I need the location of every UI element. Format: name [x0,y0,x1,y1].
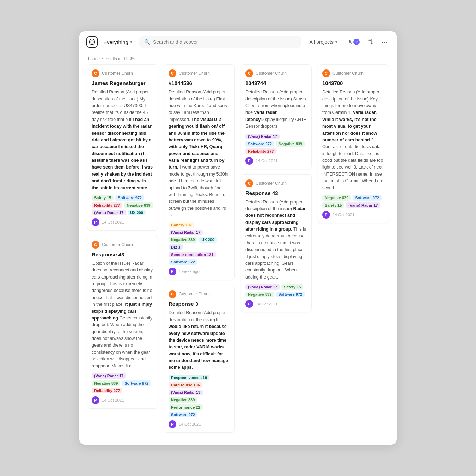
card-body: Detailed Reason (Add proper description … [92,89,153,191]
column-1: CCustomer Churn#1044536Detailed Reason (… [161,64,238,438]
tag-negative[interactable]: Negative 839 [169,397,197,403]
card-title: #1044536 [169,80,230,86]
filter-button[interactable]: ⚗ 2 [344,37,362,47]
card-footer: P14 Oct 2021 [322,211,384,219]
tag-radar[interactable]: (Varia) Radar 13 [169,390,203,395]
project-icon: C [245,179,253,187]
card-body: Detailed Reason (Add proper description … [245,199,307,281]
card-date: 14 Oct 2021 [179,422,201,426]
results-bar: Found 7 results in 0.338s [79,53,397,64]
project-name: Customer Churn [256,181,287,186]
project-name: Customer Churn [102,71,133,76]
tag-sensor[interactable]: Sensor connection 121 [169,252,216,257]
card: CCustomer Churn1043744Detailed Reason (A… [241,64,312,169]
card-tags: (Varia) Radar 17Negative 839Software 972… [92,373,153,393]
tag-reliability[interactable]: Reliability 277 [245,148,276,154]
project-icon: C [92,69,99,77]
tag-negative[interactable]: Negative 839 [124,202,153,208]
avatar: P [322,211,330,219]
app-container: Everything ▾ 🔍 All projects ▾ ⚗ 2 ⇅ ⋯ Fo… [79,31,397,445]
tag-performance[interactable]: Performance 22 [169,404,203,410]
card-body: ...ption of the issue) Radar does not re… [92,260,153,370]
card-body: Detailed Reason (Add proper description … [169,310,230,371]
tag-software[interactable]: Software 972 [353,195,382,201]
tag-safety[interactable]: Safety 15 [322,202,344,208]
card-body: Detailed Reason (Add proper description … [322,89,384,191]
svg-marker-2 [91,43,93,44]
tag-radar[interactable]: (Varia) Radar 17 [245,134,280,139]
sort-button[interactable]: ⇅ [366,37,376,47]
search-input[interactable] [153,39,296,45]
project-name: Customer Churn [332,71,364,76]
card: CCustomer ChurnResponse 3Detailed Reason… [164,285,235,432]
tag-ux[interactable]: UX 200 [128,210,146,215]
search-bar: 🔍 [139,36,301,48]
tag-negative[interactable]: Negative 839 [322,195,351,201]
avatar: P [169,268,176,275]
tag-safety[interactable]: Safety 15 [281,284,303,290]
card-title: Response 43 [245,190,307,196]
card-header: CCustomer Churn [169,290,230,298]
tag-negative[interactable]: Negative 839 [92,380,120,386]
column-3: CCustomer Churn1043700Detailed Reason (A… [315,64,392,438]
projects-dropdown[interactable]: All projects ▾ [306,37,341,47]
avatar: P [245,300,253,308]
card-body: Detailed Reason (Add proper description … [169,89,230,219]
tag-reliability[interactable]: Reliability 277 [92,388,122,393]
card-footer: P14 Oct 2021 [169,420,230,428]
avatar: P [92,218,99,226]
project-icon: C [245,69,253,77]
card-tags: (Varia) Radar 17Safety 15Negative 839Sof… [245,284,307,297]
column-0: CCustomer ChurnJames RegensburgerDetaile… [84,64,161,438]
tag-negative[interactable]: Negative 839 [276,141,305,147]
card: CCustomer ChurnJames RegensburgerDetaile… [87,64,158,231]
tag-radar[interactable]: (Varia) Radar 17 [92,210,126,215]
svg-marker-4 [93,41,94,43]
tag-software[interactable]: Software 972 [276,292,305,297]
card-title: James Regensburger [92,80,153,86]
everything-dropdown[interactable]: Everything ▾ [101,38,134,47]
tag-negative[interactable]: Negative 839 [245,292,274,297]
tag-responsiveness[interactable]: Responsiveness 19 [169,375,209,380]
tag-reliability[interactable]: Reliability 277 [92,202,122,208]
logo-icon [86,36,98,48]
tag-radar[interactable]: (Varia) Radar 17 [92,373,126,379]
card-header: CCustomer Churn [92,69,153,77]
results-text: Found 7 results in 0.338s [88,56,135,61]
tag-safety[interactable]: Safety 15 [92,195,114,201]
top-bar: Everything ▾ 🔍 All projects ▾ ⚗ 2 ⇅ ⋯ [79,31,397,53]
card-tags: Responsiveness 19Hard to use 196(Varia) … [169,375,230,417]
filter-count: 2 [353,39,360,45]
card-date: 14 Oct 2021 [102,398,124,402]
tag-software[interactable]: Software 972 [169,259,197,265]
card: CCustomer ChurnResponse 43...ption of th… [87,236,158,409]
card-title: Response 3 [169,301,230,307]
toolbar-right: ⚗ 2 ⇅ ⋯ [344,37,390,47]
project-icon: C [169,290,176,298]
more-button[interactable]: ⋯ [379,37,390,47]
card-header: CCustomer Churn [245,69,307,77]
tag-hardtouse[interactable]: Hard to use 196 [169,382,202,388]
tag-negative[interactable]: Negative 839 [169,237,197,243]
tag-software[interactable]: Software 972 [169,412,197,417]
chevron-down-icon-projects: ▾ [335,39,337,44]
card-tags: Battery 197(Varia) Radar 17Negative 839U… [169,222,230,265]
tag-software[interactable]: Software 972 [122,380,151,386]
card: CCustomer ChurnResponse 43Detailed Reaso… [241,174,312,313]
tag-battery[interactable]: Battery 197 [169,222,194,228]
card-title: 1043700 [322,80,384,86]
tag-software[interactable]: Software 972 [245,141,274,147]
tag-radar[interactable]: (Varia) Radar 17 [245,284,280,290]
project-icon: C [169,69,176,77]
card-header: CCustomer Churn [245,179,307,187]
card-footer: P1 week ago [169,268,230,275]
everything-label: Everything [103,39,128,45]
card-footer: P14 Oct 2021 [92,218,153,226]
card-footer: P14 Oct 2021 [245,300,307,308]
tag-ux[interactable]: UX 200 [199,237,217,243]
tag-di2[interactable]: Di2 3 [169,244,183,250]
tag-software[interactable]: Software 972 [115,195,144,201]
tag-radar[interactable]: (Varia) Radar 17 [346,202,380,208]
tag-radar[interactable]: (Varia) Radar 17 [169,230,203,235]
avatar: P [245,157,253,165]
